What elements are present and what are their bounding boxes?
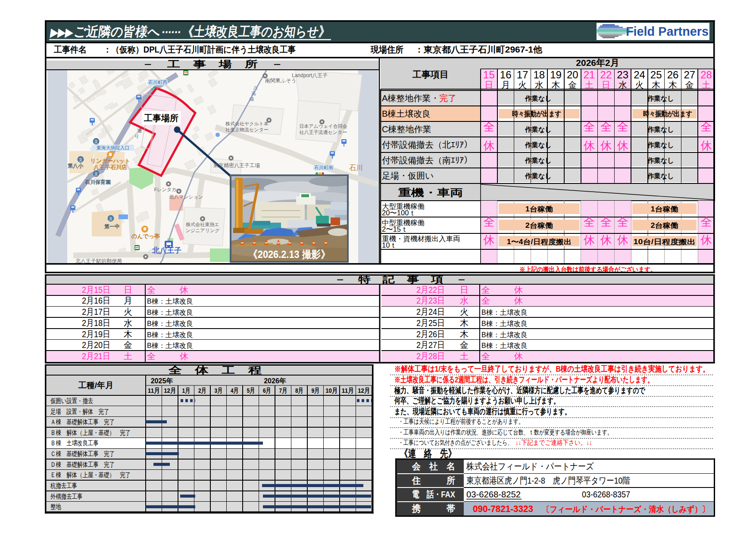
svg-text:↓↓下記までご連絡下さい。↓↓: ↓↓下記までご連絡下さい。↓↓ xyxy=(515,439,592,446)
svg-text:東京都港区虎ノ門1-2-8 虎ノ門琴平タワー10階: 東京都港区虎ノ門1-2-8 虎ノ門琴平タワー10階 xyxy=(466,475,630,485)
svg-text:B棟：土壌改良: B棟：土壌改良 xyxy=(481,309,528,316)
svg-text:2月: 2月 xyxy=(198,387,206,394)
svg-text:10月: 10月 xyxy=(325,387,337,394)
svg-text:工事場所: 工事場所 xyxy=(144,113,178,123)
svg-text:高: 高 xyxy=(251,91,256,96)
svg-text:東京精密八王子工場: 東京精密八王子工場 xyxy=(213,162,260,168)
svg-text:北八王子駅前郵便局: 北八王子駅前郵便局 xyxy=(75,258,122,264)
svg-text:火: 火 xyxy=(124,307,132,317)
svg-text:極力、騒音・振動を軽減した作業を心がけ、近隣様方に配慮した工: 極力、騒音・振動を軽減した作業を心がけ、近隣様方に配慮した工事を進めて参りますの… xyxy=(394,386,645,395)
svg-text:ンジニアリング: ンジニアリング xyxy=(186,228,220,233)
svg-text:2月22日: 2月22日 xyxy=(416,285,445,295)
svg-text:北八マンション: 北八マンション xyxy=(169,194,203,199)
svg-text:社八王子流通センター: 社八王子流通センター xyxy=(300,130,347,135)
svg-text:25: 25 xyxy=(650,69,662,81)
svg-text:線: 線 xyxy=(249,96,254,102)
svg-text:2月15日: 2月15日 xyxy=(82,285,110,295)
svg-text:足場・仮囲い: 足場・仮囲い xyxy=(382,171,434,180)
svg-text:月: 月 xyxy=(124,296,132,305)
svg-text:金: 金 xyxy=(685,80,694,90)
svg-text:※土壌改良工事に係る2週間工程は、引き続きフィールド・パート: ※土壌改良工事に係る2週間工程は、引き続きフィールド・パートナーズより配布いたし… xyxy=(394,375,653,384)
svg-text:休: 休 xyxy=(483,139,494,152)
svg-text:B棟：土壌改良: B棟：土壌改良 xyxy=(147,309,193,316)
svg-text:木: 木 xyxy=(124,329,132,339)
svg-text:全: 全 xyxy=(600,215,612,228)
svg-text:土: 土 xyxy=(460,351,469,361)
svg-text:1月: 1月 xyxy=(182,387,191,394)
svg-text:金: 金 xyxy=(568,80,577,90)
svg-text:－ 工 事 場 所 －: － 工 事 場 所 － xyxy=(141,59,284,69)
svg-text:A棟整地作業・: A棟整地作業・ xyxy=(382,93,439,103)
svg-text:住 所: 住 所 xyxy=(412,475,455,485)
svg-text:3月: 3月 xyxy=(215,387,223,394)
svg-text:B棟：土壌改良: B棟：土壌改良 xyxy=(147,320,193,327)
svg-text:り: り xyxy=(134,134,139,139)
svg-text:全: 全 xyxy=(600,120,612,133)
svg-text:何卒、ご理解とご協力を賜りますようお願い申し上げます。: 何卒、ご理解とご協力を賜りますようお願い申し上げます。 xyxy=(394,396,559,406)
svg-text:9月: 9月 xyxy=(312,387,320,394)
svg-text:・工事は天候により工程が前後することがあります。: ・工事は天候により工程が前後することがあります。 xyxy=(398,418,524,425)
svg-text:水: 水 xyxy=(124,318,132,328)
svg-text:2月23日: 2月23日 xyxy=(416,296,445,305)
svg-text:2月24日: 2月24日 xyxy=(416,307,445,317)
svg-text:B棟：土壌改良: B棟：土壌改良 xyxy=(481,331,528,338)
svg-text:23: 23 xyxy=(617,69,628,81)
svg-text:完了: 完了 xyxy=(439,93,456,103)
svg-text:16: 16 xyxy=(500,69,512,81)
svg-text:八王子石川店: 八王子石川店 xyxy=(93,164,127,171)
svg-text:携 帯: 携 帯 xyxy=(412,503,455,513)
svg-text:2月28日: 2月28日 xyxy=(416,351,445,361)
svg-text:27: 27 xyxy=(684,69,695,81)
svg-text:火: 火 xyxy=(635,80,644,90)
svg-text:月: 月 xyxy=(501,80,510,90)
svg-text:全: 全 xyxy=(481,351,490,361)
svg-text:休: 休 xyxy=(584,139,595,152)
svg-text:休: 休 xyxy=(514,296,523,305)
svg-text:電 話・FAX: 電 話・FAX xyxy=(412,489,455,499)
svg-text:文: 文 xyxy=(109,217,113,221)
svg-text:休: 休 xyxy=(483,233,494,246)
svg-text:B棟：土壌改良: B棟：土壌改良 xyxy=(147,331,193,338)
svg-text:24: 24 xyxy=(634,69,645,81)
svg-text:1台稼働: 1台稼働 xyxy=(651,205,678,213)
svg-text:4月: 4月 xyxy=(231,387,239,394)
svg-text:20〜100ｔ: 20〜100ｔ xyxy=(382,209,416,217)
svg-text:金: 金 xyxy=(124,340,132,350)
svg-text:※解体工事は1/末をもって一旦終了しておりますが、B棟の土壌: ※解体工事は1/末をもって一旦終了しておりますが、B棟の土壌改良工事は引き続き実… xyxy=(394,364,709,373)
svg-text:2月25日: 2月25日 xyxy=(416,318,445,328)
svg-text:外構撤去工事: 外構撤去工事 xyxy=(50,493,82,500)
svg-text:17: 17 xyxy=(517,69,528,81)
svg-text:〔フィールド・パートナーズ・清水（しみず）〕: 〔フィールド・パートナーズ・清水（しみず）〕 xyxy=(542,505,709,514)
svg-text:8月: 8月 xyxy=(295,387,303,394)
svg-text:作業なし: 作業なし xyxy=(647,95,674,102)
svg-text:木: 木 xyxy=(669,80,677,90)
svg-text:03-6268-8252: 03-6268-8252 xyxy=(466,489,521,499)
svg-text:全: 全 xyxy=(483,120,494,133)
svg-text:19: 19 xyxy=(550,69,562,81)
svg-text:2月19日: 2月19日 xyxy=(82,329,110,339)
svg-text:B棟：土壌改良: B棟：土壌改良 xyxy=(481,320,528,327)
svg-text:金: 金 xyxy=(460,340,469,350)
svg-text:：（仮称）DPL八王子石川町計画に伴う土壌改良工事: ：（仮称）DPL八王子石川町計画に伴う土壌改良工事 xyxy=(103,45,296,55)
svg-text:木: 木 xyxy=(552,80,560,90)
svg-text:21: 21 xyxy=(584,69,595,81)
svg-text:付帯設備撤去（北ｴﾘｱ）: 付帯設備撤去（北ｴﾘｱ） xyxy=(382,140,472,149)
svg-text:Ｄ棟 基礎解体工事 完了: Ｄ棟 基礎解体工事 完了 xyxy=(50,461,115,468)
svg-text:日: 日 xyxy=(602,80,610,90)
svg-text:－ 特 記 事 項 －: － 特 記 事 項 － xyxy=(334,274,468,285)
svg-text:2月21日: 2月21日 xyxy=(82,351,110,361)
svg-text:作業なし: 作業なし xyxy=(647,141,674,149)
svg-text:足場 設置・解体 完了: 足場 設置・解体 完了 xyxy=(50,408,109,415)
svg-text:土: 土 xyxy=(702,80,711,90)
svg-text:Ｂ棟 土壌改良工事: Ｂ棟 土壌改良工事 xyxy=(50,439,99,447)
svg-text:木: 木 xyxy=(460,318,469,328)
svg-text:現場住所: 現場住所 xyxy=(370,45,403,54)
svg-text:2月20日: 2月20日 xyxy=(82,340,110,350)
svg-text:第一中: 第一中 xyxy=(104,224,120,230)
svg-text:全: 全 xyxy=(147,285,156,295)
svg-text:水: 水 xyxy=(619,80,627,90)
svg-text:休: 休 xyxy=(179,351,188,361)
svg-text:28: 28 xyxy=(700,69,712,81)
svg-text:26: 26 xyxy=(667,69,679,81)
svg-text:休: 休 xyxy=(617,233,628,246)
